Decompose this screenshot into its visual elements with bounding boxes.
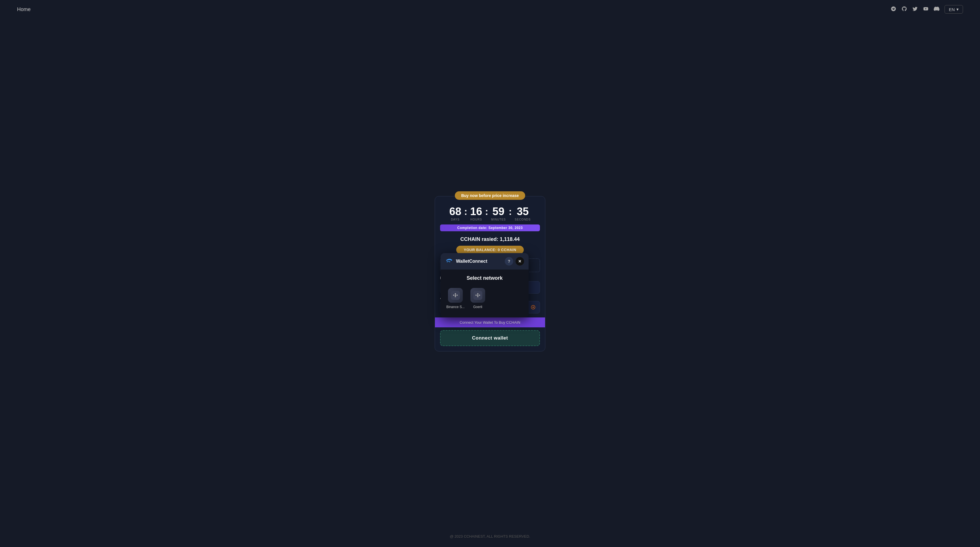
top-badge-wrapper: Buy now before price increase <box>435 191 545 200</box>
binance-network-logo <box>448 288 463 303</box>
balance-display: YOUR BALANCE: 0 CCHAIN <box>435 246 545 254</box>
price-increase-badge: Buy now before price increase <box>455 191 525 200</box>
raised-amount: CCHAIN rasied: 1,118.44 <box>435 233 545 243</box>
twitter-icon[interactable] <box>912 6 918 13</box>
wc-select-network-title: Select network <box>446 275 523 281</box>
wc-header-actions: ? ✕ <box>505 257 524 266</box>
countdown-days: 68 DAYS <box>449 206 461 221</box>
connect-wallet-button[interactable]: Connect wallet <box>440 330 540 346</box>
wc-network-goerli[interactable]: Goerli <box>471 288 485 309</box>
github-icon[interactable] <box>901 6 907 13</box>
wc-network-binance[interactable]: Binance S... <box>446 288 465 309</box>
walletconnect-modal: WalletConnect ? ✕ Select network <box>441 253 528 317</box>
discord-icon[interactable] <box>934 6 939 13</box>
completion-date-bar: Completion date: September 30, 2023 <box>440 225 540 231</box>
nav-right: EN ▾ <box>891 5 963 14</box>
balance-badge: YOUR BALANCE: 0 CCHAIN <box>456 246 523 254</box>
countdown-sep-1: : <box>464 206 467 217</box>
countdown-timer: 68 DAYS : 16 HOURS : 59 MINUTES : 35 SEC… <box>435 203 545 222</box>
wc-title: WalletConnect <box>456 259 487 264</box>
wc-close-button[interactable]: ✕ <box>515 257 524 266</box>
wc-network-list: Binance S... Goerli <box>446 288 523 312</box>
footer-text: @ 2023 CCHAINEST, ALL RIGHTS RESERVED. <box>450 534 530 539</box>
navbar: Home EN ▾ <box>0 0 980 19</box>
connect-notice: Connect Your Wallet To Buy CCHAIN <box>435 317 545 327</box>
wc-header: WalletConnect ? ✕ <box>441 253 528 270</box>
youtube-icon[interactable] <box>923 6 929 13</box>
countdown-sep-3: : <box>509 206 512 217</box>
telegram-icon[interactable] <box>891 6 896 13</box>
home-link[interactable]: Home <box>17 6 31 13</box>
presale-card: Buy now before price increase 68 DAYS : … <box>435 196 545 352</box>
binance-network-label: Binance S... <box>446 305 465 309</box>
main-content: Buy now before price increase 68 DAYS : … <box>0 19 980 529</box>
goerli-network-label: Goerli <box>473 305 482 309</box>
countdown-seconds: 35 SECONDS <box>515 206 531 221</box>
countdown-hours: 16 HOURS <box>470 206 482 221</box>
wc-logo: WalletConnect <box>445 259 487 264</box>
countdown-minutes: 59 MINUTES <box>491 206 506 221</box>
language-selector[interactable]: EN ▾ <box>945 5 963 14</box>
footer: @ 2023 CCHAINEST, ALL RIGHTS RESERVED. <box>0 529 980 547</box>
goerli-network-logo <box>471 288 485 303</box>
wc-body: Select network Binance S... <box>441 270 528 317</box>
wc-help-button[interactable]: ? <box>505 257 513 266</box>
countdown-sep-2: : <box>485 206 488 217</box>
walletconnect-modal-overlay: WalletConnect ? ✕ Select network <box>441 253 554 317</box>
